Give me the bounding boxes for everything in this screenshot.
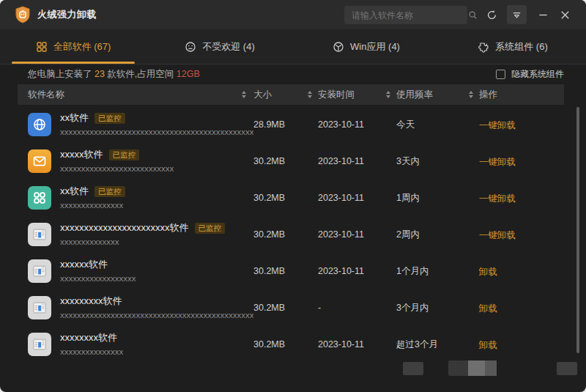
search-icon xyxy=(468,10,478,20)
table-row[interactable]: xx软件 已监控 xxxxxxxxxxxxxxx 30.2MB 2023-10-… xyxy=(18,180,564,216)
summary-text: 您电脑上安装了 23 款软件,占用空间 12GB xyxy=(28,68,200,81)
size-cell: 30.2MB xyxy=(253,303,318,313)
app-name: xxxxx软件 xyxy=(60,148,103,161)
tab-label: Win应用 (4) xyxy=(350,40,400,53)
tab-bar: 全部软件 (67) 不受欢迎 (4) Win应用 (4) 系统组件 (6) xyxy=(0,29,586,64)
table-row[interactable]: xxxxxx软件 xxxxxxxxxxxxxxxxxx 30.2MB 2023-… xyxy=(18,253,564,289)
header-size-column[interactable]: 大小 xyxy=(253,89,318,101)
software-list: xx软件 已监控 xxxxxxxxxxxxxxxxxxxxxxxxxxxxxxx… xyxy=(18,106,564,363)
app-description: xxxxxxxxxxxxxxxxxxxxxxxxxxxxxxxxxxxxxxxx… xyxy=(60,127,253,136)
summary-bar: 您电脑上安装了 23 款软件,占用空间 12GB 隐藏系统组件 xyxy=(0,64,586,84)
uninstall-button[interactable]: 一键卸载 xyxy=(479,193,516,204)
hide-system-checkbox[interactable] xyxy=(496,70,505,79)
search-input[interactable] xyxy=(344,10,468,21)
app-name: xxxxxxxx软件 xyxy=(60,331,117,344)
header-time-column[interactable]: 安装时间 xyxy=(318,89,396,101)
sort-icon[interactable] xyxy=(469,91,473,98)
redacted-element xyxy=(403,362,423,375)
app-name: xx软件 xyxy=(60,111,89,125)
monitored-badge: 已监控 xyxy=(94,186,125,197)
install-time-cell: - xyxy=(318,303,396,313)
window-app-icon xyxy=(28,333,51,356)
redacted-element xyxy=(448,360,497,376)
header-time-label: 安装时间 xyxy=(318,89,355,101)
table-row[interactable]: xxxxxxxx软件 xxxxxxxxxxxxxxx 30.2MB 2023-1… xyxy=(18,326,564,363)
sad-face-icon xyxy=(185,41,196,53)
app-description: xxxxxxxxxxxxxxxxxx xyxy=(60,274,136,283)
header-name-column[interactable]: 软件名称 xyxy=(18,89,253,101)
tab-win-apps[interactable]: Win应用 (4) xyxy=(293,29,440,64)
uninstall-button[interactable]: 一键卸载 xyxy=(479,120,516,130)
tab-label: 系统组件 (6) xyxy=(495,40,548,53)
size-cell: 30.2MB xyxy=(253,193,318,203)
search-box[interactable] xyxy=(344,6,467,24)
win-app-icon xyxy=(333,41,344,53)
install-time-cell: 2023-10-11 xyxy=(318,266,396,276)
minimize-button[interactable] xyxy=(533,5,553,24)
tab-label: 全部软件 (67) xyxy=(53,40,111,53)
close-icon xyxy=(560,10,571,21)
app-description: xxxxxxxxxxxxxxx xyxy=(60,347,123,356)
monitored-badge: 已监控 xyxy=(109,149,140,160)
header-freq-column[interactable]: 使用频率 xyxy=(396,89,479,101)
size-cell: 28.9MB xyxy=(253,119,318,130)
header-name-label: 软件名称 xyxy=(28,89,64,101)
filter-button[interactable] xyxy=(507,5,527,24)
header-action-column: 操作 xyxy=(479,89,564,101)
puzzle-icon xyxy=(478,41,489,53)
refresh-button[interactable] xyxy=(482,5,502,24)
usage-freq-cell: 今天 xyxy=(396,119,479,131)
sort-icon[interactable] xyxy=(308,91,312,98)
install-time-cell: 2023-10-11 xyxy=(318,339,396,350)
install-time-cell: 2023-10-11 xyxy=(318,156,396,166)
install-time-cell: 2023-10-11 xyxy=(318,193,396,203)
size-cell: 30.2MB xyxy=(253,339,318,350)
globe-app-icon xyxy=(28,113,51,136)
uninstall-button[interactable]: 卸载 xyxy=(479,340,497,350)
header-action-label: 操作 xyxy=(479,89,497,101)
close-button[interactable] xyxy=(555,5,575,24)
app-name: xxxxxxxxx软件 xyxy=(60,295,122,308)
grid-icon xyxy=(36,41,48,53)
app-description: xxxxxxxxxxxxxxx xyxy=(60,201,123,210)
app-name: xxxxxxxxxxxxxxxxxxxxxxx软件 xyxy=(60,221,189,234)
tab-unpopular[interactable]: 不受欢迎 (4) xyxy=(146,29,293,64)
space-used: 12GB xyxy=(177,69,200,79)
summary-middle: 款软件,占用空间 xyxy=(105,69,177,79)
table-row[interactable]: xx软件 已监控 xxxxxxxxxxxxxxxxxxxxxxxxxxxxxxx… xyxy=(18,106,564,143)
filter-icon xyxy=(511,10,522,21)
uninstall-button[interactable]: 卸载 xyxy=(479,267,497,277)
install-time-cell: 2023-10-11 xyxy=(318,119,396,130)
install-time-cell: 2023-10-11 xyxy=(318,229,396,240)
monitored-badge: 已监控 xyxy=(195,223,226,234)
usage-freq-cell: 3个月内 xyxy=(396,302,479,314)
uninstall-button[interactable]: 卸载 xyxy=(479,303,497,314)
window-app-icon xyxy=(28,223,51,246)
app-description: xxxxxxxxxxxxxxxxxxxxxxxxxxxxxxxxxxxxxxxx… xyxy=(60,311,253,319)
uninstall-button[interactable]: 一键卸载 xyxy=(479,230,516,240)
table-row[interactable]: xxxxxxxxx软件 xxxxxxxxxxxxxxxxxxxxxxxxxxxx… xyxy=(18,289,564,326)
usage-freq-cell: 超过3个月 xyxy=(396,339,479,351)
vertical-scrollbar[interactable] xyxy=(576,107,579,353)
sort-icon[interactable] xyxy=(242,91,246,98)
app-name: xxxxxx软件 xyxy=(60,258,108,271)
title-bar: 火绒强力卸载 xyxy=(0,0,586,29)
table-header: 软件名称 大小 安装时间 使用频率 操作 xyxy=(18,84,564,105)
summary-prefix: 您电脑上安装了 xyxy=(28,69,94,79)
size-cell: 30.2MB xyxy=(253,266,318,276)
app-window: 火绒强力卸载 xyxy=(0,0,586,392)
uninstall-button[interactable]: 一键卸载 xyxy=(479,157,516,167)
usage-freq-cell: 1个月内 xyxy=(396,265,479,278)
usage-freq-cell: 3天内 xyxy=(396,155,479,168)
sort-icon[interactable] xyxy=(386,91,390,98)
minimize-icon xyxy=(538,10,549,21)
installed-count: 23 xyxy=(94,69,105,79)
size-cell: 30.2MB xyxy=(253,229,318,240)
table-row[interactable]: xxxxxxxxxxxxxxxxxxxxxxx软件 已监控 xxxxxxxxxx… xyxy=(18,216,564,253)
redacted-element xyxy=(557,362,577,375)
table-row[interactable]: xxxxx软件 已监控 xxxxxxxxxxxxxxxxxxxxxxxxxxx … xyxy=(18,143,564,180)
hide-system-toggle[interactable]: 隐藏系统组件 xyxy=(496,64,564,84)
header-freq-label: 使用频率 xyxy=(396,89,433,101)
tab-all-software[interactable]: 全部软件 (67) xyxy=(0,29,146,64)
tab-system-components[interactable]: 系统组件 (6) xyxy=(440,29,586,64)
